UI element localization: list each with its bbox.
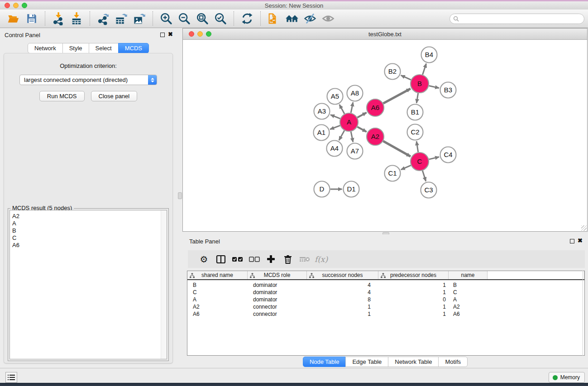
- apply-layout-button[interactable]: [239, 11, 255, 26]
- table-row[interactable]: A6connector11A6: [187, 310, 584, 318]
- float-panel-icon[interactable]: [160, 33, 165, 37]
- graph-edge-A-A1[interactable]: [330, 125, 340, 129]
- export-table-button[interactable]: [114, 11, 129, 26]
- import-network-button[interactable]: [51, 11, 66, 26]
- column-header-MCDS-role[interactable]: MCDS role: [248, 271, 307, 279]
- graph-edge-A-A5[interactable]: [339, 105, 344, 114]
- tab-network[interactable]: Network: [28, 43, 63, 53]
- table-options-button[interactable]: ⚙: [196, 253, 212, 266]
- save-session-button[interactable]: [24, 11, 39, 26]
- zoom-in-button[interactable]: [158, 11, 174, 26]
- tab-motifs[interactable]: Motifs: [438, 357, 468, 367]
- graph-node-C3[interactable]: C3: [421, 182, 437, 198]
- show-columns-button[interactable]: [212, 253, 229, 266]
- graph-edge-C-C4[interactable]: [429, 157, 439, 159]
- graph-edge-B-B2[interactable]: [401, 75, 411, 80]
- graph-edge-C-C2[interactable]: [416, 141, 418, 152]
- run-mcds-button[interactable]: Run MCDS: [39, 91, 85, 101]
- tab-style[interactable]: Style: [62, 43, 89, 53]
- graph-node-B4[interactable]: B4: [421, 47, 437, 63]
- deselect-all-button[interactable]: [246, 253, 263, 266]
- zoom-fit-button[interactable]: [195, 11, 210, 26]
- graph-node-A3[interactable]: A3: [314, 104, 330, 119]
- delete-table-button[interactable]: [296, 253, 313, 266]
- create-column-button[interactable]: [263, 253, 279, 266]
- function-builder-button[interactable]: f(x): [313, 253, 330, 266]
- hide-graphics-details-button[interactable]: [302, 11, 318, 26]
- graph-edge-A-A6[interactable]: [357, 113, 366, 118]
- memory-button[interactable]: Memory: [549, 372, 585, 383]
- search-input[interactable]: [461, 14, 584, 23]
- graph-node-B3[interactable]: B3: [440, 82, 456, 98]
- graph-node-A7[interactable]: A7: [347, 143, 363, 159]
- zoom-out-button[interactable]: [177, 11, 192, 26]
- graph-node-A8[interactable]: A8: [347, 86, 363, 101]
- tab-network-table[interactable]: Network Table: [388, 357, 439, 367]
- new-network-button[interactable]: [266, 11, 282, 26]
- graph-edge-B-B1[interactable]: [416, 93, 418, 103]
- graph-edge-C-C1[interactable]: [401, 165, 411, 169]
- criterion-dropdown[interactable]: largest connected component (directed): [19, 75, 157, 85]
- graph-node-A4[interactable]: A4: [327, 141, 343, 157]
- table-row[interactable]: Bdominator41B: [187, 281, 584, 289]
- zoom-selected-button[interactable]: [213, 11, 228, 26]
- delete-column-button[interactable]: [279, 253, 296, 266]
- graph-node-B[interactable]: B: [411, 75, 429, 93]
- graph-node-A2[interactable]: A2: [367, 128, 384, 145]
- network-canvas[interactable]: B4B2BB3A5A8A6B1A3AC2A1A2A4A7C4CC1C3DD1: [183, 40, 587, 231]
- graph-node-C4[interactable]: C4: [440, 147, 456, 163]
- graph-edge-A-A3[interactable]: [330, 115, 340, 119]
- graph-edge-A-A8[interactable]: [351, 102, 353, 113]
- close-panel-button[interactable]: Close panel: [91, 91, 138, 101]
- task-history-button[interactable]: [5, 372, 17, 383]
- graph-node-B2[interactable]: B2: [385, 64, 401, 80]
- graph-edge-C-C3[interactable]: [422, 171, 425, 181]
- table-row[interactable]: A2connector11A2: [187, 303, 584, 310]
- column-header-name[interactable]: name: [449, 271, 488, 279]
- mcds-result-list[interactable]: A2ABCA6: [10, 210, 167, 359]
- tab-edge-table[interactable]: Edge Table: [345, 357, 388, 367]
- graph-node-A5[interactable]: A5: [327, 89, 343, 105]
- graph-node-D1[interactable]: D1: [344, 181, 359, 197]
- result-scrollbar[interactable]: [161, 210, 167, 359]
- show-graphics-details-button[interactable]: [320, 11, 336, 26]
- graph-edge-A6-B[interactable]: [383, 89, 411, 104]
- graph-node-C[interactable]: C: [411, 152, 429, 171]
- graph-edge-A-A4[interactable]: [339, 130, 344, 140]
- graph-edge-B-B3[interactable]: [429, 86, 439, 88]
- table-row[interactable]: Adominator80A: [187, 296, 584, 303]
- close-panel-icon[interactable]: ✖: [168, 31, 173, 38]
- export-image-button[interactable]: [132, 11, 147, 26]
- panel-divider-handle[interactable]: [178, 192, 182, 199]
- graph-node-B1[interactable]: B1: [407, 105, 423, 120]
- graph-edge-B-B4[interactable]: [423, 63, 426, 75]
- graph-node-C2[interactable]: C2: [407, 124, 423, 140]
- export-network-button[interactable]: [96, 11, 111, 26]
- graph-edge-A2-C[interactable]: [383, 141, 411, 157]
- resize-grip[interactable]: [581, 225, 587, 231]
- graph-node-D[interactable]: D: [314, 181, 330, 197]
- network-window-titlebar[interactable]: testGlobe.txt: [183, 29, 587, 40]
- tab-mcds[interactable]: MCDS: [118, 43, 149, 53]
- table-scrollbar[interactable]: [583, 271, 583, 356]
- float-table-panel-icon[interactable]: [570, 239, 574, 243]
- column-header-shared-name[interactable]: shared name: [187, 271, 248, 279]
- import-table-button[interactable]: [69, 11, 84, 26]
- graph-node-A1[interactable]: A1: [314, 125, 330, 141]
- graph-node-C1[interactable]: C1: [385, 166, 401, 181]
- tab-node-table[interactable]: Node Table: [303, 357, 346, 367]
- home-view-button[interactable]: [284, 11, 300, 26]
- table-cell: connector: [248, 311, 307, 317]
- open-session-button[interactable]: [6, 11, 21, 26]
- graph-node-A6[interactable]: A6: [367, 99, 384, 116]
- graph-edge-A-A2[interactable]: [357, 127, 366, 132]
- graph-node-A[interactable]: A: [340, 113, 358, 131]
- select-all-button[interactable]: [229, 253, 246, 266]
- tab-select[interactable]: Select: [89, 43, 119, 53]
- graph-edge-A-A7[interactable]: [351, 132, 353, 142]
- column-header-predecessor-nodes[interactable]: predecessor nodes: [378, 271, 449, 279]
- column-header-successor-nodes[interactable]: successor nodes: [307, 271, 378, 279]
- close-table-panel-icon[interactable]: ✖: [578, 237, 583, 244]
- network-window-title: testGlobe.txt: [183, 31, 587, 38]
- table-row[interactable]: Cdominator41C: [187, 289, 584, 296]
